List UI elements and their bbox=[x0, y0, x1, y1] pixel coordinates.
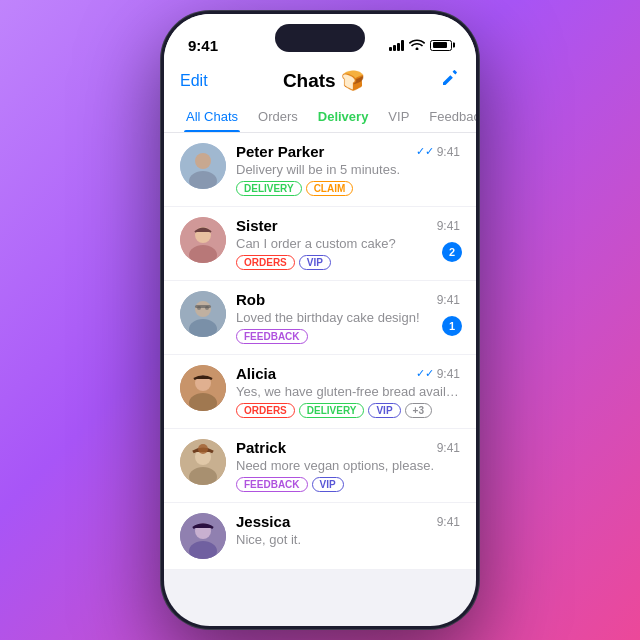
chat-preview: Nice, got it. bbox=[236, 532, 460, 547]
unread-badge: 1 bbox=[442, 316, 462, 336]
avatar bbox=[180, 439, 226, 485]
chat-preview: Delivery will be in 5 minutes. bbox=[236, 162, 460, 177]
chat-preview: Need more vegan options, please. bbox=[236, 458, 460, 473]
avatar bbox=[180, 143, 226, 189]
phone-outer: 9:41 bbox=[160, 10, 480, 630]
svg-point-18 bbox=[198, 444, 208, 454]
chat-preview: Loved the birthday cake design! bbox=[236, 310, 460, 325]
avatar bbox=[180, 365, 226, 411]
chat-time: ✓✓ 9:41 bbox=[416, 367, 460, 381]
tag-claim: CLAIM bbox=[306, 181, 354, 196]
chat-content: Alicia ✓✓ 9:41 Yes, we have gluten-free … bbox=[236, 365, 460, 418]
chat-tags: FEEDBACK VIP bbox=[236, 477, 460, 492]
signal-icon bbox=[389, 39, 404, 51]
chat-item[interactable]: Patrick 9:41 Need more vegan options, pl… bbox=[164, 429, 476, 503]
tag-orders: ORDERS bbox=[236, 403, 295, 418]
chat-time: 9:41 bbox=[437, 515, 460, 529]
tab-feedback[interactable]: Feedback bbox=[419, 101, 476, 132]
chat-content: Jessica 9:41 Nice, got it. bbox=[236, 513, 460, 551]
avatar bbox=[180, 291, 226, 337]
chat-name: Rob bbox=[236, 291, 265, 308]
chat-name: Jessica bbox=[236, 513, 290, 530]
chat-item[interactable]: Alicia ✓✓ 9:41 Yes, we have gluten-free … bbox=[164, 355, 476, 429]
tag-vip: VIP bbox=[312, 477, 344, 492]
nav-bar: Edit Chats 🍞 bbox=[164, 64, 476, 101]
tab-all-chats[interactable]: All Chats bbox=[176, 101, 248, 132]
read-check-icon: ✓✓ bbox=[416, 367, 434, 380]
chat-name: Alicia bbox=[236, 365, 276, 382]
tag-delivery: DELIVERY bbox=[299, 403, 365, 418]
tag-vip: VIP bbox=[368, 403, 400, 418]
chat-preview: Yes, we have gluten-free bread available… bbox=[236, 384, 460, 399]
avatar bbox=[180, 513, 226, 559]
chat-tags: ORDERS DELIVERY VIP +3 bbox=[236, 403, 460, 418]
tab-delivery[interactable]: Delivery bbox=[308, 101, 379, 132]
chat-item[interactable]: Sister 9:41 Can I order a custom cake? O… bbox=[164, 207, 476, 281]
chat-content: Rob 9:41 Loved the birthday cake design!… bbox=[236, 291, 460, 344]
chat-preview: Can I order a custom cake? bbox=[236, 236, 460, 251]
tab-orders[interactable]: Orders bbox=[248, 101, 308, 132]
filter-tabs: All Chats Orders Delivery VIP Feedback bbox=[164, 101, 476, 133]
battery-icon bbox=[430, 40, 452, 51]
wifi-icon bbox=[409, 38, 425, 53]
tag-orders: ORDERS bbox=[236, 255, 295, 270]
chat-time: 9:41 bbox=[437, 441, 460, 455]
tag-vip: VIP bbox=[299, 255, 331, 270]
chat-item[interactable]: Rob 9:41 Loved the birthday cake design!… bbox=[164, 281, 476, 355]
chat-name: Patrick bbox=[236, 439, 286, 456]
phone-inner: 9:41 bbox=[164, 14, 476, 626]
chat-name: Peter Parker bbox=[236, 143, 324, 160]
edit-button[interactable]: Edit bbox=[180, 72, 208, 90]
chat-time: 9:41 bbox=[437, 219, 460, 233]
chat-content: Sister 9:41 Can I order a custom cake? O… bbox=[236, 217, 460, 270]
chat-content: Patrick 9:41 Need more vegan options, pl… bbox=[236, 439, 460, 492]
chats-title: Chats bbox=[283, 70, 336, 92]
chat-tags: FEEDBACK bbox=[236, 329, 460, 344]
chat-item[interactable]: Peter Parker ✓✓ 9:41 Delivery will be in… bbox=[164, 133, 476, 207]
chat-content: Peter Parker ✓✓ 9:41 Delivery will be in… bbox=[236, 143, 460, 196]
status-icons bbox=[389, 38, 452, 53]
tag-delivery: DELIVERY bbox=[236, 181, 302, 196]
svg-point-1 bbox=[195, 153, 211, 169]
compose-button[interactable] bbox=[440, 68, 460, 93]
read-check-icon: ✓✓ bbox=[416, 145, 434, 158]
dynamic-island bbox=[275, 24, 365, 52]
chat-list: Peter Parker ✓✓ 9:41 Delivery will be in… bbox=[164, 133, 476, 570]
tag-feedback: FEEDBACK bbox=[236, 329, 308, 344]
chat-item[interactable]: Jessica 9:41 Nice, got it. bbox=[164, 503, 476, 570]
svg-rect-11 bbox=[195, 305, 211, 308]
chat-time: ✓✓ 9:41 bbox=[416, 145, 460, 159]
chat-tags: DELIVERY CLAIM bbox=[236, 181, 460, 196]
tag-more: +3 bbox=[405, 403, 432, 418]
unread-badge: 2 bbox=[442, 242, 462, 262]
status-time: 9:41 bbox=[188, 37, 218, 54]
bread-emoji: 🍞 bbox=[341, 69, 365, 92]
chat-time: 9:41 bbox=[437, 293, 460, 307]
tag-feedback: FEEDBACK bbox=[236, 477, 308, 492]
tab-vip[interactable]: VIP bbox=[378, 101, 419, 132]
chat-name: Sister bbox=[236, 217, 278, 234]
chat-tags: ORDERS VIP bbox=[236, 255, 460, 270]
avatar bbox=[180, 217, 226, 263]
nav-title: Chats 🍞 bbox=[283, 69, 365, 92]
